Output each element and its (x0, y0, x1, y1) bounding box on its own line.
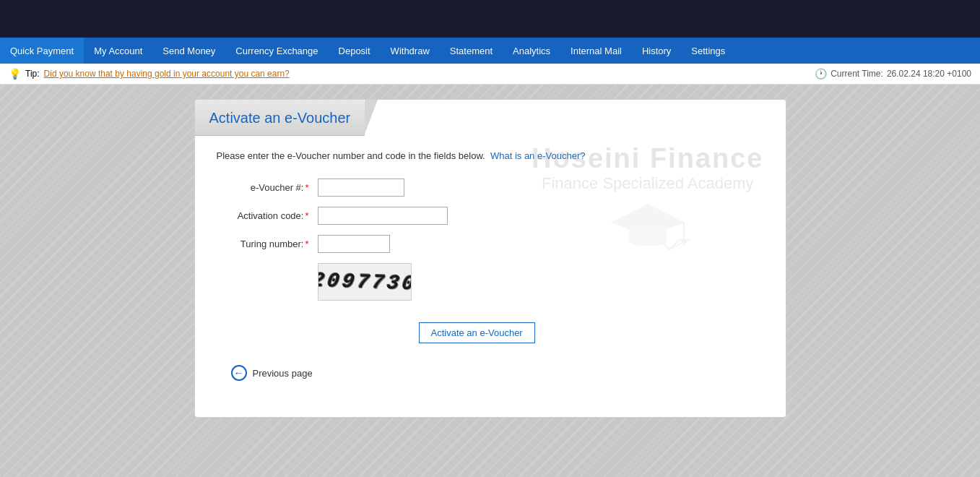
tip-left: 💡 Tip: Did you know that by having gold … (9, 68, 290, 80)
tip-bar: 💡 Tip: Did you know that by having gold … (0, 64, 980, 85)
card-title-area: Activate an e-Voucher (195, 100, 365, 136)
required-star-3: * (305, 239, 308, 249)
nav-settings[interactable]: Settings (681, 38, 735, 64)
card-body: Please enter the e-Voucher number and co… (195, 136, 786, 395)
previous-page[interactable]: ← Previous page (231, 365, 764, 381)
nav-quick-payment[interactable]: Quick Payment (0, 38, 84, 64)
back-icon: ← (231, 365, 247, 381)
turing-input[interactable] (318, 235, 390, 253)
nav-history[interactable]: History (632, 38, 681, 64)
tip-text: Tip: (25, 69, 40, 79)
activation-row: Activation code:* (217, 207, 764, 225)
nav-statement[interactable]: Statement (440, 38, 503, 64)
captcha-image: 2097730 (318, 263, 412, 301)
nav-internal-mail[interactable]: Internal Mail (560, 38, 632, 64)
clock-icon: 🕐 (815, 68, 827, 80)
required-star-2: * (305, 210, 308, 221)
description: Please enter the e-Voucher number and co… (217, 150, 764, 161)
nav-deposit[interactable]: Deposit (329, 38, 381, 64)
evoucher-label: e-Voucher #:* (217, 182, 318, 193)
voucher-form: e-Voucher #:* Activation code:* (217, 179, 764, 343)
nav-analytics[interactable]: Analytics (503, 38, 560, 64)
tip-link[interactable]: Did you know that by having gold in your… (44, 69, 290, 79)
page-title: Activate an e-Voucher (209, 110, 351, 126)
lightbulb-icon: 💡 (9, 68, 21, 80)
required-star: * (305, 182, 308, 193)
main-content: Activate an e-Voucher Hoseini Finance Fi… (0, 85, 980, 477)
current-time-value: 26.02.24 18:20 +0100 (887, 69, 971, 79)
evoucher-row: e-Voucher #:* (217, 179, 764, 197)
nav-withdraw[interactable]: Withdraw (381, 38, 440, 64)
previous-page-label: Previous page (253, 368, 313, 379)
activation-label: Activation code:* (217, 210, 318, 221)
current-time-label: Current Time: (831, 69, 883, 79)
turing-row: Turing number:* (217, 235, 764, 253)
activate-button[interactable]: Activate an e-Voucher (419, 322, 535, 343)
turing-label: Turing number:* (217, 239, 318, 249)
current-time: 🕐 Current Time: 26.02.24 18:20 +0100 (815, 68, 971, 80)
evoucher-input[interactable] (318, 179, 404, 197)
card: Activate an e-Voucher Hoseini Finance Fi… (194, 99, 786, 418)
nav-send-money[interactable]: Send Money (152, 38, 225, 64)
top-banner (0, 0, 980, 38)
submit-row: Activate an e-Voucher (318, 315, 764, 343)
navbar: Quick Payment My Account Send Money Curr… (0, 38, 980, 64)
nav-my-account[interactable]: My Account (84, 38, 152, 64)
captcha-area: 2097730 (318, 263, 764, 301)
nav-currency-exchange[interactable]: Currency Exchange (225, 38, 328, 64)
activation-input[interactable] (318, 207, 448, 225)
what-is-link[interactable]: What is an e-Voucher? (490, 150, 586, 161)
captcha-text: 2097730 (318, 269, 412, 295)
